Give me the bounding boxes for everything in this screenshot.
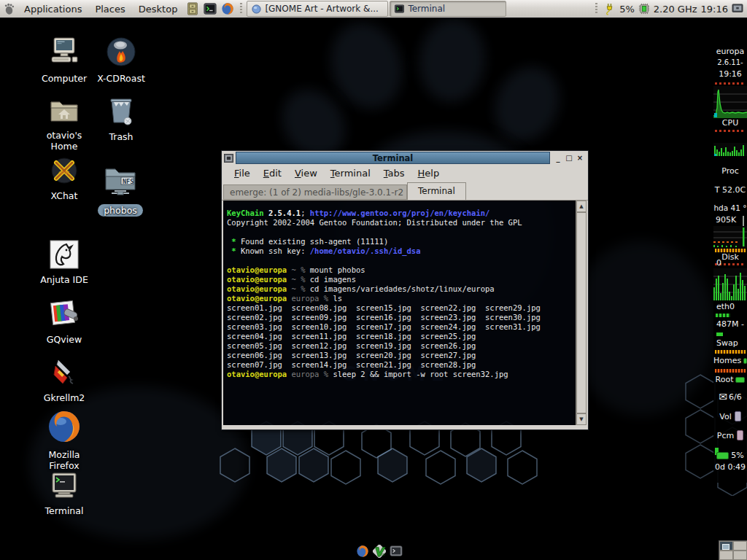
terminal-tray-icon[interactable] bbox=[390, 545, 403, 557]
terminal-crt-icon bbox=[49, 470, 80, 501]
window-menu-icon[interactable] bbox=[223, 152, 234, 164]
desktop-icon-terminal[interactable]: Terminal bbox=[34, 470, 94, 516]
menu-places[interactable]: Places bbox=[88, 0, 131, 18]
task-terminal[interactable]: Terminal bbox=[390, 1, 506, 17]
volume-slider[interactable] bbox=[735, 411, 741, 421]
battery-percent: 5% bbox=[619, 4, 635, 15]
svg-text:im: im bbox=[380, 552, 386, 556]
svg-text:chat: chat bbox=[58, 170, 70, 176]
vim-tray-icon[interactable]: im bbox=[373, 545, 386, 558]
workspace-3[interactable] bbox=[719, 551, 733, 560]
gkrellm-monitor: europa 2.6.11- 19:16 CPU Proc T 52.0C hd… bbox=[713, 42, 747, 483]
icon-label: Computer bbox=[42, 73, 87, 84]
firefox-tray-icon[interactable] bbox=[356, 545, 369, 558]
fs-root-row: Root bbox=[713, 375, 747, 384]
gnome-foot-icon[interactable] bbox=[1, 1, 17, 16]
desktop-icon-computer[interactable]: Computer bbox=[34, 36, 94, 84]
xchat-icon: chat bbox=[49, 155, 80, 186]
icon-label: GQview bbox=[47, 334, 82, 345]
icon-label: Trash bbox=[109, 131, 133, 142]
terminal-line: otavio@europa ~ % cd imagens/variedades/… bbox=[227, 284, 574, 294]
desktop-icon-home[interactable]: otavio's Home bbox=[34, 95, 94, 152]
pcm-label: Pcm bbox=[717, 431, 734, 440]
bottom-tray: im bbox=[356, 544, 403, 559]
terminal-line: otavio@europa europa % ls bbox=[227, 294, 574, 303]
terminal-line: screen02.jpg screen09.jpg screen16.jpg s… bbox=[227, 313, 574, 322]
scroll-down-arrow[interactable]: ▼ bbox=[576, 413, 587, 425]
desktop-icon-phobos[interactable]: NFS phobos bbox=[90, 162, 150, 217]
terminal-line: Copyright 2002-2004 Gentoo Foundation; D… bbox=[227, 218, 574, 228]
uptime: 0d 0:49 bbox=[713, 462, 747, 472]
scroll-thumb[interactable] bbox=[576, 212, 587, 413]
fs-root-label: Root bbox=[716, 375, 734, 384]
desktop-icon-trash[interactable]: Trash bbox=[91, 95, 151, 142]
terminal-window: Terminal _ □ × File Edit View Terminal T… bbox=[221, 150, 589, 430]
terminal-line: screen04.jpg screen11.jpg screen18.jpg s… bbox=[227, 332, 574, 341]
window-titlebar[interactable]: Terminal _ □ × bbox=[222, 151, 588, 165]
task-label: [GNOME Art - Artwork &... bbox=[265, 4, 378, 14]
workspace-1[interactable] bbox=[719, 541, 733, 551]
menu-places-label: Places bbox=[95, 4, 125, 15]
screen-lock-icon[interactable] bbox=[732, 4, 743, 14]
workspace-4[interactable] bbox=[733, 551, 747, 560]
swap-led bbox=[716, 332, 723, 336]
file-manager-launcher[interactable] bbox=[185, 1, 201, 16]
gkrellm-battery-percent: 5% bbox=[731, 451, 743, 460]
pcm-row[interactable]: Pcm bbox=[713, 430, 747, 440]
panel-clock: 19:16 bbox=[701, 4, 728, 15]
menu-tabs[interactable]: Tabs bbox=[377, 166, 411, 180]
terminal-output[interactable]: KeyChain 2.5.4.1; http://www.gentoo.org/… bbox=[223, 201, 576, 425]
desktop-icon-xcdroast[interactable]: X-CDRoast bbox=[91, 36, 151, 84]
desktop-icon-gqview[interactable]: GQview bbox=[34, 299, 94, 345]
tab-emerge[interactable]: emerge: (1 of 2) media-libs/gle-3.0.1-r2… bbox=[223, 184, 407, 200]
menu-help[interactable]: Help bbox=[411, 166, 446, 180]
menu-desktop[interactable]: Desktop bbox=[132, 0, 185, 18]
scroll-up-arrow[interactable]: ▲ bbox=[576, 201, 587, 212]
disk-chart bbox=[713, 226, 747, 248]
pcm-slider[interactable] bbox=[737, 430, 743, 440]
task-gnome-art[interactable]: [GNOME Art - Artwork &... bbox=[247, 1, 388, 17]
desktop-icon-firefox[interactable]: Mozilla Firefox bbox=[34, 408, 94, 471]
menu-terminal[interactable]: Terminal bbox=[324, 166, 377, 180]
homes-krell bbox=[715, 350, 746, 354]
workspace-2[interactable] bbox=[733, 541, 747, 551]
cpu-chart bbox=[713, 86, 747, 118]
nfs-folder-icon: NFS bbox=[101, 162, 139, 200]
terminal-launcher[interactable] bbox=[202, 1, 218, 16]
tab-bar: emerge: (1 of 2) media-libs/gle-3.0.1-r2… bbox=[222, 182, 588, 201]
panel-separator bbox=[595, 3, 597, 15]
memory-value: 487M - bbox=[713, 319, 747, 329]
volume-row[interactable]: Vol bbox=[713, 411, 747, 421]
terminal-scrollbar[interactable]: ▲ ▼ bbox=[576, 201, 587, 425]
paw-toe bbox=[415, 15, 489, 106]
icon-label: Gkrellm2 bbox=[44, 392, 85, 403]
menu-view[interactable]: View bbox=[288, 166, 324, 180]
menu-file[interactable]: File bbox=[228, 166, 257, 180]
minimize-button[interactable]: _ bbox=[553, 153, 563, 163]
menu-applications[interactable]: Applications bbox=[18, 0, 88, 18]
window-menubar: File Edit View Terminal Tabs Help bbox=[222, 165, 588, 182]
panel-separator bbox=[240, 3, 242, 15]
icon-label: Anjuta IDE bbox=[40, 274, 88, 285]
close-button[interactable]: × bbox=[575, 153, 585, 163]
tab-terminal[interactable]: Terminal bbox=[407, 182, 466, 200]
window-title: Terminal bbox=[236, 152, 550, 164]
mail-row[interactable]: ✉6/6 bbox=[713, 392, 747, 402]
fs-homes-label: Homes bbox=[713, 356, 741, 365]
maximize-button[interactable]: □ bbox=[564, 153, 574, 163]
disk-value: 0 bbox=[713, 258, 747, 268]
desktop-icon-anjuta[interactable]: Anjuta IDE bbox=[34, 239, 94, 285]
homes-led bbox=[743, 358, 747, 364]
workspace-switcher bbox=[719, 540, 747, 560]
menu-edit[interactable]: Edit bbox=[257, 166, 288, 180]
volume-label: Vol bbox=[719, 412, 731, 421]
root-led bbox=[735, 377, 745, 383]
icon-label: Terminal bbox=[45, 505, 84, 516]
terminal-line: * Known ssh key: /home/otavio/.ssh/id_ds… bbox=[227, 246, 574, 256]
firefox-launcher[interactable] bbox=[220, 1, 236, 16]
desktop-icon-gkrellm2[interactable]: Gkrellm2 bbox=[34, 356, 94, 403]
terminal-line: otavio@europa ~ % mount phobos bbox=[227, 265, 574, 275]
desktop-icon-xchat[interactable]: chat XChat bbox=[34, 155, 94, 201]
swap-label: Swap bbox=[713, 338, 747, 348]
computer-icon bbox=[49, 36, 80, 69]
